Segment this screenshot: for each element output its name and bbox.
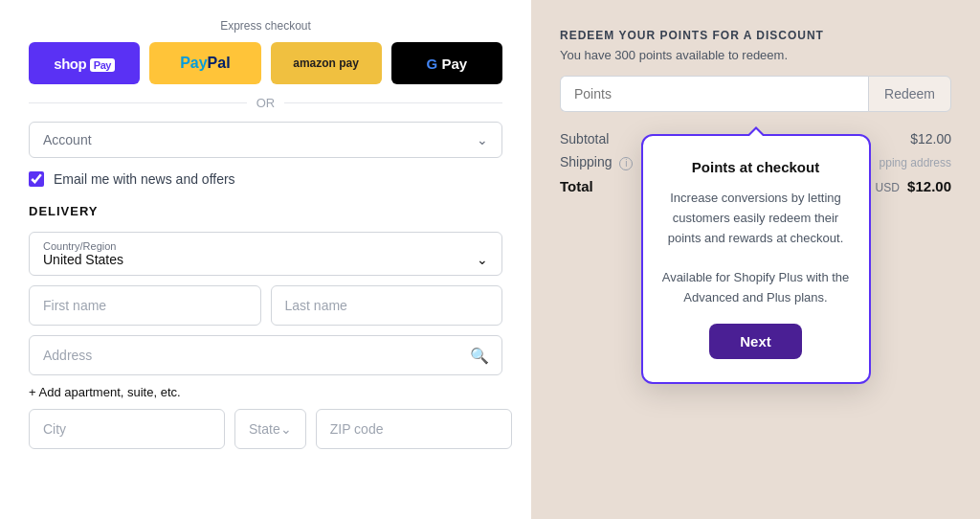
add-apartment-link[interactable]: + Add apartment, suite, etc. [29, 385, 502, 399]
last-name-input[interactable] [271, 285, 503, 326]
subtotal-label: Subtotal [560, 131, 609, 147]
amazon-pay-button[interactable]: amazon pay [271, 42, 382, 84]
subtotal-value: $12.00 [910, 131, 951, 147]
checkout-right-panel: REDEEM YOUR POINTS FOR A DISCOUNT You ha… [531, 0, 980, 519]
country-value-text: United States [43, 252, 123, 267]
tooltip-title: Points at checkout [662, 159, 850, 175]
paypal-logo: PayPal [180, 55, 230, 72]
express-checkout-label: Express checkout [29, 19, 502, 33]
state-select[interactable]: State ⌄ [234, 409, 306, 449]
state-placeholder-text: State [249, 421, 280, 437]
first-name-input[interactable] [29, 285, 261, 326]
delivery-section-title: DELIVERY [29, 204, 502, 218]
or-divider: OR [29, 96, 502, 110]
name-fields-row [29, 285, 502, 326]
checkout-left-panel: Express checkout shop Pay PayPal amazon … [0, 0, 531, 519]
shipping-info-icon: i [619, 157, 633, 170]
zip-input[interactable] [316, 409, 512, 449]
shop-pay-logo: shop Pay [54, 56, 115, 72]
shipping-label-group: Shipping i [560, 154, 633, 170]
redeem-subtitle: You have 300 points available to redeem. [560, 48, 951, 62]
redeem-title: REDEEM YOUR POINTS FOR A DISCOUNT [560, 29, 951, 42]
redeem-input-row: Redeem [560, 76, 951, 112]
chevron-down-icon: ⌄ [477, 132, 488, 147]
shipping-value: pping address [880, 156, 951, 169]
tooltip-body-line1: Increase conversions by letting customer… [662, 189, 850, 248]
shipping-label: Shipping [560, 154, 612, 169]
total-label: Total [560, 178, 593, 194]
total-currency: USD [876, 181, 900, 194]
country-chevron-icon: ⌄ [477, 252, 488, 267]
tooltip-body-line2: Available for Shopify Plus with the Adva… [662, 268, 850, 308]
country-region-label: Country/Region [43, 240, 488, 252]
account-label: Account [43, 132, 92, 147]
city-state-zip-row: State ⌄ [29, 409, 502, 449]
express-buttons-row: shop Pay PayPal amazon pay G Pay [29, 42, 502, 84]
tooltip-next-button[interactable]: Next [709, 324, 802, 359]
search-icon: 🔍 [470, 347, 489, 365]
email-checkbox-label: Email me with news and offers [54, 171, 235, 187]
total-value: $12.00 [907, 178, 951, 194]
state-chevron-icon: ⌄ [280, 421, 292, 437]
country-region-select[interactable]: Country/Region United States ⌄ [29, 232, 502, 276]
address-field-wrapper: 🔍 [29, 335, 502, 375]
address-input[interactable] [29, 335, 502, 375]
city-input[interactable] [29, 409, 225, 449]
points-tooltip-popup: Points at checkout Increase conversions … [641, 134, 871, 384]
or-label: OR [256, 96, 276, 110]
shop-pay-button[interactable]: shop Pay [29, 42, 140, 84]
points-input[interactable] [560, 76, 868, 112]
total-value-group: USD $12.00 [876, 178, 951, 194]
redeem-button[interactable]: Redeem [868, 76, 951, 112]
gpay-button[interactable]: G Pay [391, 42, 502, 84]
email-checkbox[interactable] [29, 171, 44, 187]
email-checkbox-row: Email me with news and offers [29, 171, 502, 187]
account-dropdown[interactable]: Account ⌄ [29, 122, 502, 158]
amazon-pay-logo: amazon pay [293, 56, 359, 70]
tooltip-body: Increase conversions by letting customer… [662, 189, 850, 308]
add-apartment-label: + Add apartment, suite, etc. [29, 385, 181, 399]
country-region-value: United States ⌄ [43, 252, 488, 267]
paypal-button[interactable]: PayPal [149, 42, 260, 84]
gpay-logo: G Pay [427, 56, 468, 72]
